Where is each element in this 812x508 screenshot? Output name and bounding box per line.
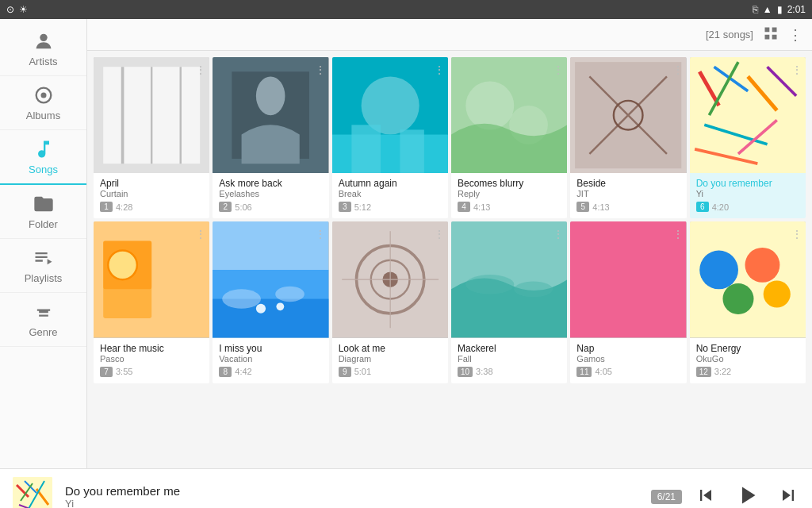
svg-point-10 — [256, 76, 285, 115]
song-meta-4: 4 4:13 — [458, 202, 561, 212]
song-card-8[interactable]: I miss you Vacation 8 4:42 ⋮ — [213, 221, 328, 383]
sidebar-item-playlists[interactable]: Playlists — [0, 239, 86, 293]
sidebar-item-artists[interactable]: Artists — [0, 22, 86, 76]
song-info-11: Nap Gamos 11 4:05 — [570, 338, 686, 383]
song-title-1: April — [100, 178, 203, 189]
song-card-12[interactable]: No Energy OkuGo 12 3:22 ⋮ — [690, 221, 806, 383]
more-button-3[interactable]: ⋮ — [434, 64, 445, 76]
content-header: [21 songs] ⋮ — [87, 19, 812, 51]
duration-7: 3:55 — [116, 367, 132, 376]
play-button[interactable] — [733, 481, 761, 508]
song-meta-8: 8 4:42 — [219, 367, 322, 377]
genre-icon — [33, 301, 55, 323]
now-playing-position: 6/21 — [651, 490, 682, 504]
track-num-11: 11 — [576, 367, 592, 377]
status-left-icons: ⊙ ☀ — [6, 4, 28, 15]
more-button-5[interactable]: ⋮ — [672, 64, 684, 76]
song-card-6[interactable]: Do you remember Yi 6 4:20 ⋮ — [690, 57, 806, 218]
track-num-12: 12 — [696, 367, 711, 377]
album-art-12 — [690, 221, 806, 337]
more-button-7[interactable]: ⋮ — [195, 228, 206, 241]
song-card-2[interactable]: Ask more back Eyelashes 2 5:06 ⋮ — [213, 57, 328, 218]
now-playing-info: Do you remember me Yi — [65, 484, 638, 509]
svg-rect-53 — [570, 221, 686, 337]
track-num-9: 9 — [339, 367, 351, 377]
more-button-9[interactable]: ⋮ — [434, 228, 445, 241]
song-card-11[interactable]: Nap Gamos 11 4:05 ⋮ — [570, 221, 686, 383]
song-meta-11: 11 4:05 — [576, 367, 680, 377]
more-button-8[interactable]: ⋮ — [315, 228, 326, 241]
album-art-4 — [451, 57, 567, 173]
more-button-4[interactable]: ⋮ — [553, 64, 564, 76]
np-thumb-art — [13, 477, 52, 509]
sidebar-item-songs[interactable]: Songs — [0, 130, 86, 185]
sidebar-artists-label: Artists — [29, 56, 57, 67]
song-title-3: Autumn again — [339, 178, 442, 189]
sidebar-item-folder[interactable]: Folder — [0, 185, 86, 239]
albums-icon — [33, 84, 55, 106]
next-button[interactable] — [777, 484, 799, 508]
app-icon-2: ☀ — [19, 4, 28, 15]
song-card-10[interactable]: Mackerel Fall 10 3:38 ⋮ — [451, 221, 567, 383]
now-playing-thumbnail — [13, 477, 52, 509]
now-playing-bar: Do you remember me Yi 6/21 — [0, 468, 812, 508]
duration-1: 4:28 — [116, 202, 132, 212]
song-meta-3: 3 5:12 — [339, 202, 442, 212]
song-title-11: Nap — [576, 343, 680, 354]
song-meta-9: 9 5:01 — [339, 367, 442, 377]
album-art-2 — [213, 57, 328, 173]
album-art-8 — [213, 221, 328, 337]
sidebar-songs-label: Songs — [29, 164, 58, 175]
song-card-9[interactable]: Look at me Diagram 9 5:01 ⋮ — [332, 221, 448, 383]
content-area: [21 songs] ⋮ April Curtain 1 4:28 ⋮ Ask … — [87, 19, 812, 468]
songs-grid-container: April Curtain 1 4:28 ⋮ Ask more back Eye… — [87, 51, 812, 468]
duration-2: 5:06 — [235, 202, 251, 212]
app-container: Artists Albums Songs Folder Playlists Ge… — [0, 19, 812, 468]
song-info-12: No Energy OkuGo 12 3:22 — [690, 338, 806, 383]
song-info-8: I miss you Vacation 8 4:42 — [213, 338, 328, 383]
svg-point-40 — [223, 290, 262, 309]
sidebar-albums-label: Albums — [26, 110, 60, 121]
song-card-7[interactable]: Hear the music Pasco 7 3:55 ⋮ — [94, 221, 209, 383]
song-info-9: Look at me Diagram 9 5:01 — [332, 338, 448, 383]
more-button-1[interactable]: ⋮ — [195, 64, 206, 76]
track-num-8: 8 — [219, 367, 232, 377]
track-num-4: 4 — [458, 202, 470, 212]
previous-button[interactable] — [695, 484, 717, 508]
more-button-11[interactable]: ⋮ — [672, 228, 684, 241]
sidebar-item-albums[interactable]: Albums — [0, 76, 86, 130]
sidebar-item-genre[interactable]: Genre — [0, 293, 86, 347]
songs-grid: April Curtain 1 4:28 ⋮ Ask more back Eye… — [94, 57, 806, 383]
more-button-10[interactable]: ⋮ — [553, 228, 564, 241]
duration-3: 5:12 — [354, 202, 371, 212]
song-info-7: Hear the music Pasco 7 3:55 — [94, 338, 209, 383]
song-artist-1: Curtain — [100, 189, 203, 198]
song-artist-9: Diagram — [339, 354, 442, 364]
sidebar-genre-label: Genre — [29, 326, 57, 338]
playlists-icon — [33, 247, 55, 269]
song-info-5: Beside JIT 5 4:13 — [570, 173, 686, 218]
more-button-6[interactable]: ⋮ — [791, 64, 802, 76]
more-button-12[interactable]: ⋮ — [791, 228, 802, 241]
grid-view-button[interactable] — [763, 25, 779, 44]
time-display: 2:01 — [787, 4, 806, 15]
song-card-5[interactable]: Beside JIT 5 4:13 ⋮ — [570, 57, 686, 218]
song-count: [21 songs] — [706, 29, 753, 40]
svg-point-17 — [465, 81, 514, 129]
song-meta-6: 6 4:20 — [696, 202, 799, 212]
wifi-icon: ▲ — [763, 4, 772, 15]
song-card-1[interactable]: April Curtain 1 4:28 ⋮ — [94, 57, 209, 218]
song-title-6: Do you remember — [696, 178, 799, 189]
song-title-9: Look at me — [339, 343, 442, 354]
overflow-menu-button[interactable]: ⋮ — [788, 26, 802, 44]
song-title-8: I miss you — [219, 343, 322, 354]
song-card-3[interactable]: Autumn again Break 3 5:12 ⋮ — [332, 57, 448, 218]
duration-12: 3:22 — [714, 367, 731, 376]
svg-point-0 — [40, 34, 47, 41]
artists-icon — [33, 30, 55, 52]
app-icon-1: ⊙ — [6, 4, 14, 15]
sidebar-playlists-label: Playlists — [25, 272, 63, 284]
song-card-4[interactable]: Becomes blurry Reply 4 4:13 ⋮ — [451, 57, 567, 218]
more-button-2[interactable]: ⋮ — [315, 64, 326, 76]
song-artist-5: JIT — [576, 189, 680, 198]
